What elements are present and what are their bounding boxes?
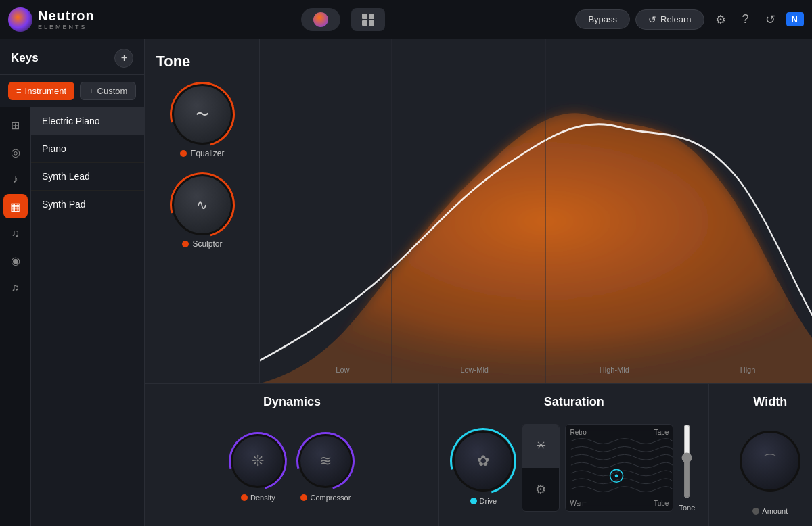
sidebar-icon-target[interactable]: ◎ — [3, 140, 28, 164]
midi-icon[interactable]: ↺ — [760, 9, 781, 30]
equalizer-knob[interactable]: 〜 — [172, 84, 233, 145]
settings-icon[interactable]: ⚙ — [710, 9, 731, 30]
sidebar-icon-keyboard[interactable]: ▦ — [3, 194, 28, 218]
tube-label: Tube — [654, 500, 669, 507]
header-right: Bypass ↺ Relearn ⚙ ? ↺ N — [575, 9, 804, 30]
sidebar-icons: ⊞ ◎ ♪ ▦ ♫ ◉ ♬ — [0, 107, 31, 526]
compressor-indicator — [300, 494, 307, 501]
compressor-knob-group: ≋ Compressor — [298, 434, 353, 502]
density-label: Density — [241, 494, 275, 502]
density-knob-group: ❊ Density — [231, 434, 285, 502]
width-title: Width — [753, 395, 787, 409]
relearn-button[interactable]: ↺ Relearn — [635, 9, 704, 30]
compressor-knob[interactable]: ≋ — [298, 434, 353, 488]
amount-label-row: Amount — [752, 507, 788, 515]
sculptor-knob-icon: ∿ — [196, 197, 208, 213]
right-panel: Tone 〜 Equalizer ∿ Scu — [145, 39, 812, 526]
sidebar-title: Keys — [11, 51, 39, 65]
sidebar-icon-bass[interactable]: ♫ — [3, 221, 28, 245]
help-icon[interactable]: ? — [737, 9, 754, 29]
sidebar-icon-drums[interactable]: ◉ — [3, 248, 28, 272]
saturation-label-row-top: Retro Tape — [570, 429, 669, 436]
starburst-icon: ✳ — [536, 438, 546, 453]
warm-label: Warm — [570, 500, 587, 507]
tone-slider-label: Tone — [679, 504, 695, 512]
grid-view-button[interactable] — [351, 8, 385, 31]
plus-icon: + — [89, 86, 94, 96]
bypass-button[interactable]: Bypass — [575, 9, 630, 29]
drive-knob-area: ✿ Drive — [453, 431, 514, 505]
saturation-selector-icon-bottom[interactable]: ⚙ — [522, 468, 559, 511]
freq-label-high: High — [740, 366, 756, 374]
instrument-list: Electric Piano Piano Synth Lead Synth Pa… — [31, 107, 144, 526]
eq-svg — [260, 39, 812, 383]
instrument-item-synth-lead[interactable]: Synth Lead — [31, 163, 144, 191]
grid-icon — [362, 14, 374, 26]
sculptor-knob-section: ∿ Sculptor — [156, 169, 248, 249]
logo-area: Neutron ELEMENTS — [8, 7, 95, 32]
sidebar-header: Keys + — [0, 39, 144, 75]
dynamics-knobs-row: ❊ Density ≋ Compressor — [158, 420, 425, 515]
gear-icon: ⚙ — [535, 482, 546, 497]
logo-text: Neutron ELEMENTS — [38, 8, 95, 30]
dynamics-section: Dynamics ❊ Density ≋ — [145, 384, 439, 526]
bottom-sections: Dynamics ❊ Density ≋ — [145, 384, 812, 526]
tone-slider[interactable] — [680, 424, 694, 498]
equalizer-knob-icon: 〜 — [196, 105, 209, 124]
drive-indicator — [470, 498, 477, 504]
tone-section: Tone 〜 Equalizer ∿ Scu — [145, 39, 812, 384]
sidebar-icon-vocal[interactable]: ♬ — [3, 275, 28, 300]
sidebar-tabs: ≡ Instrument + Custom — [0, 75, 144, 107]
instrument-item-synth-pad[interactable]: Synth Pad — [31, 191, 144, 218]
sidebar-icon-guitar[interactable]: ♪ — [3, 167, 28, 191]
sidebar: Keys + ≡ Instrument + Custom ⊞ ◎ ♪ ▦ ♫ ◉… — [0, 39, 145, 526]
saturation-title: Saturation — [453, 395, 695, 409]
equalizer-indicator — [180, 150, 187, 157]
equalizer-knob-section: 〜 Equalizer — [156, 84, 248, 158]
header-center — [111, 8, 576, 31]
saturation-labels: Retro Tape Warm Tube — [566, 425, 673, 511]
izo-logo: N — [786, 12, 804, 26]
density-knob-icon: ❊ — [252, 452, 264, 470]
eq-display: Low Low-Mid High-Mid High — [260, 39, 812, 383]
instrument-tab[interactable]: ≡ Instrument — [8, 82, 74, 100]
saturation-display-area: ✳ ⚙ — [522, 424, 695, 512]
density-indicator — [241, 494, 248, 501]
saturation-waveform: Retro Tape Warm Tube — [565, 424, 673, 512]
saturation-selector-icon-top[interactable]: ✳ — [522, 425, 559, 469]
compressor-label: Compressor — [300, 494, 351, 502]
saturation-section: Saturation ✿ Drive — [439, 384, 709, 526]
profile-pill[interactable] — [301, 8, 340, 31]
drive-knob-icon: ✿ — [477, 452, 489, 470]
width-section: Width ⌒ Amount — [709, 384, 812, 526]
tone-slider-area: Tone — [679, 424, 695, 512]
instrument-item-piano[interactable]: Piano — [31, 135, 144, 163]
profile-dot — [313, 12, 328, 27]
amount-indicator — [752, 508, 759, 515]
width-knob[interactable]: ⌒ — [740, 431, 800, 492]
saturation-label-row-bottom: Warm Tube — [570, 500, 669, 507]
custom-tab[interactable]: + Custom — [80, 82, 136, 100]
freq-label-low-mid: Low-Mid — [460, 366, 489, 374]
sidebar-icon-eq[interactable]: ⊞ — [3, 113, 28, 137]
sidebar-content: ⊞ ◎ ♪ ▦ ♫ ◉ ♬ Electric Piano Piano Synth… — [0, 107, 144, 526]
sculptor-indicator — [182, 241, 189, 247]
sculptor-label: Sculptor — [182, 239, 222, 249]
tone-controls: Tone 〜 Equalizer ∿ Scu — [145, 39, 260, 383]
saturation-content: ✿ Drive ✳ — [453, 420, 695, 515]
list-icon: ≡ — [16, 86, 22, 96]
saturation-selector: ✳ ⚙ — [522, 424, 560, 512]
sculptor-knob[interactable]: ∿ — [172, 174, 233, 235]
width-knob-icon: ⌒ — [763, 451, 777, 471]
drive-knob[interactable]: ✿ — [453, 431, 514, 492]
freq-label-low: Low — [336, 366, 349, 374]
equalizer-label: Equalizer — [180, 149, 224, 158]
tone-title: Tone — [156, 53, 248, 70]
density-knob[interactable]: ❊ — [231, 434, 285, 488]
retro-label: Retro — [570, 429, 586, 436]
logo-icon — [8, 7, 32, 32]
tape-label: Tape — [654, 429, 669, 436]
add-button[interactable]: + — [114, 49, 133, 68]
saturation-selector-box: ✳ ⚙ — [522, 424, 560, 512]
instrument-item-electric-piano[interactable]: Electric Piano — [31, 107, 144, 135]
